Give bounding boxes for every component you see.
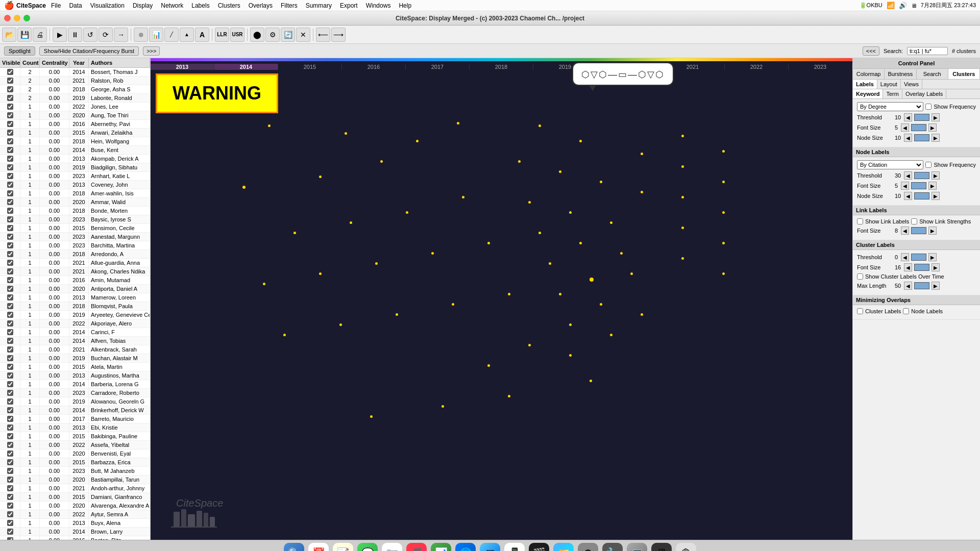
apple-menu[interactable]: 🍎 xyxy=(4,1,14,10)
usr-btn[interactable]: USR xyxy=(230,28,244,42)
visible-checkbox[interactable] xyxy=(7,234,13,240)
table-row[interactable]: 1 0.00 2014 Brinkerhoff, Derick W xyxy=(0,406,150,415)
search-input[interactable] xyxy=(907,47,948,55)
row-visible[interactable] xyxy=(0,415,20,423)
visible-checkbox[interactable] xyxy=(7,95,13,101)
app-name-menu[interactable]: CiteSpace xyxy=(16,2,46,9)
dock-finder[interactable]: 🔍 xyxy=(284,543,304,552)
row-visible[interactable] xyxy=(0,250,20,258)
node-size-dec[interactable]: ◀ xyxy=(904,134,912,142)
table-row[interactable]: 1 0.00 2013 Buyx, Alena xyxy=(0,519,150,528)
menu-file[interactable]: File xyxy=(48,2,64,9)
visible-checkbox[interactable] xyxy=(7,503,13,509)
visible-checkbox[interactable] xyxy=(7,104,13,110)
tab-colormap[interactable]: Colormap xyxy=(853,69,885,79)
table-row[interactable]: 1 0.00 2013 Ebi, Kristie xyxy=(0,423,150,432)
visible-checkbox[interactable] xyxy=(7,450,13,457)
table-row[interactable]: 1 0.00 2022 Jones, Lee xyxy=(0,103,150,111)
dock-photos[interactable]: 📷 xyxy=(382,543,402,552)
row-visible[interactable] xyxy=(0,302,20,310)
row-visible[interactable] xyxy=(0,502,20,510)
visible-checkbox[interactable] xyxy=(7,390,13,396)
table-row[interactable]: 1 0.00 2013 Mamerow, Loreen xyxy=(0,293,150,302)
visible-checkbox[interactable] xyxy=(7,268,13,274)
mo-cluster-labels-check[interactable] xyxy=(857,308,863,314)
dock-messages[interactable]: 💬 xyxy=(357,543,378,552)
font-size-inc[interactable]: ▶ xyxy=(928,123,937,132)
mo-node-labels-check[interactable] xyxy=(903,308,909,314)
visible-checkbox[interactable] xyxy=(7,355,13,361)
table-row[interactable]: 2 0.00 2019 Labonte, Ronald xyxy=(0,94,150,103)
table-row[interactable]: 1 0.00 2019 Biadgilign, Sibhatu xyxy=(0,163,150,172)
table-row[interactable]: 1 0.00 2020 Antiporta, Daniel A xyxy=(0,285,150,293)
row-visible[interactable] xyxy=(0,189,20,197)
visible-checkbox[interactable] xyxy=(7,312,13,318)
cl-threshold-inc[interactable]: ▶ xyxy=(928,253,937,261)
link-font-size-dec[interactable]: ◀ xyxy=(901,227,909,235)
row-visible[interactable] xyxy=(0,328,20,336)
cl-font-size-inc[interactable]: ▶ xyxy=(932,263,940,271)
menu-visualization[interactable]: Visualization xyxy=(87,2,128,9)
table-row[interactable]: 1 0.00 2023 Arnhart, Katie L xyxy=(0,172,150,181)
bar-chart-btn[interactable]: 📊 xyxy=(149,28,163,42)
row-visible[interactable] xyxy=(0,215,20,223)
table-row[interactable]: 1 0.00 2023 Aanestad, Margunn xyxy=(0,233,150,241)
menu-export[interactable]: Export xyxy=(337,2,361,9)
node-show-frequency-check[interactable] xyxy=(925,162,932,168)
citation-frequency-button[interactable]: Show/Hide Citation/Frequency Burst xyxy=(39,46,139,56)
by-citation-select[interactable]: By Citation By Degree xyxy=(857,160,923,169)
nav-back-button[interactable]: <<< xyxy=(863,46,879,56)
table-row[interactable]: 1 0.00 2017 Barreto, Mauricio xyxy=(0,415,150,423)
table-row[interactable]: 1 0.00 2023 Barchitta, Martina xyxy=(0,241,150,250)
node-font-size-inc[interactable]: ▶ xyxy=(928,182,937,190)
table-row[interactable]: 1 0.00 2014 Barberia, Lorena G xyxy=(0,380,150,389)
sub-tab-labels[interactable]: Labels xyxy=(853,80,877,89)
table-row[interactable]: 1 0.00 2015 Bakibinga, Pauline xyxy=(0,432,150,441)
row-visible[interactable] xyxy=(0,198,20,206)
row-visible[interactable] xyxy=(0,484,20,492)
visible-checkbox[interactable] xyxy=(7,182,13,188)
visible-checkbox[interactable] xyxy=(7,364,13,370)
row-visible[interactable] xyxy=(0,311,20,319)
node-size-inc[interactable]: ▶ xyxy=(932,134,940,142)
row-visible[interactable] xyxy=(0,354,20,362)
minimize-button[interactable] xyxy=(14,15,20,21)
refresh-button[interactable]: ⟳ xyxy=(99,28,113,42)
sub-tab-layout[interactable]: Layout xyxy=(877,80,901,89)
visible-checkbox[interactable] xyxy=(7,173,13,179)
row-visible[interactable] xyxy=(0,389,20,397)
menu-windows[interactable]: Windows xyxy=(363,2,394,9)
dock-iphone[interactable]: 📱 xyxy=(504,543,525,552)
menu-display[interactable]: Display xyxy=(130,2,156,9)
visible-checkbox[interactable] xyxy=(7,416,13,422)
row-visible[interactable] xyxy=(0,458,20,466)
visible-checkbox[interactable] xyxy=(7,147,13,153)
cl-font-size-slider[interactable] xyxy=(914,264,929,271)
table-row[interactable]: 1 0.00 2022 Aytur, Semra A xyxy=(0,510,150,519)
visible-checkbox[interactable] xyxy=(7,477,13,483)
cl-max-length-slider[interactable] xyxy=(914,282,929,289)
row-visible[interactable] xyxy=(0,519,20,527)
table-row[interactable]: 1 0.00 2014 Alfven, Tobias xyxy=(0,337,150,345)
show-frequency-check[interactable] xyxy=(925,104,932,110)
sub-tab-views[interactable]: Views xyxy=(901,80,922,89)
row-visible[interactable] xyxy=(0,129,20,137)
node-font-size-dec[interactable]: ◀ xyxy=(901,182,909,190)
row-visible[interactable] xyxy=(0,94,20,102)
menu-filters[interactable]: Filters xyxy=(278,2,301,9)
dock-extra1[interactable]: 🗑 xyxy=(676,543,696,552)
table-row[interactable]: 1 0.00 2015 Damiani, Gianfranco xyxy=(0,493,150,502)
keyword-tab-term[interactable]: Term xyxy=(883,89,902,98)
table-row[interactable]: 1 0.00 2023 Baysic, Iyrose S xyxy=(0,215,150,224)
row-visible[interactable] xyxy=(0,423,20,432)
visible-checkbox[interactable] xyxy=(7,121,13,127)
row-visible[interactable] xyxy=(0,536,20,540)
table-row[interactable]: 1 0.00 2013 Akompab, Derick A xyxy=(0,155,150,163)
table-row[interactable]: 1 0.00 2021 Akong, Charles Ndika xyxy=(0,267,150,276)
keyword-tab-keyword[interactable]: Keyword xyxy=(853,89,883,98)
row-visible[interactable] xyxy=(0,233,20,241)
table-row[interactable]: 1 0.00 2015 Bensimon, Cecile xyxy=(0,224,150,233)
node-node-size-dec[interactable]: ◀ xyxy=(904,192,912,200)
dock-display[interactable]: 🖥 xyxy=(651,543,672,552)
visible-checkbox[interactable] xyxy=(7,138,13,144)
